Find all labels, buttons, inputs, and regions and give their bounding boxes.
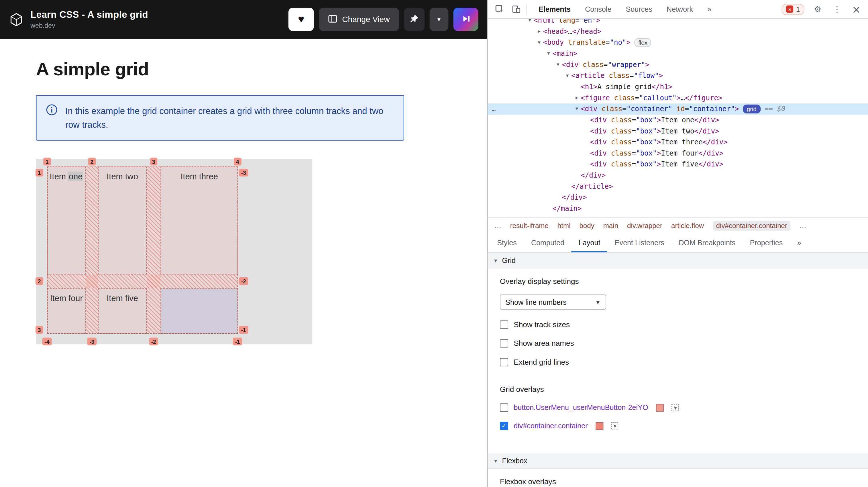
line-numbers-select[interactable]: Show line numbers ▼	[500, 295, 606, 310]
dom-tree-node[interactable]: <div class="box">Item one</div>	[488, 115, 868, 126]
grid-section-body: Overlay display settings Show line numbe…	[488, 268, 868, 453]
open-embed-button[interactable]	[454, 8, 478, 31]
app-subtitle[interactable]: web.dev	[30, 22, 148, 29]
checkbox[interactable]	[500, 403, 508, 412]
grid-line-number-badge: 2	[35, 277, 43, 285]
breadcrumb-item[interactable]: article.flow	[671, 222, 704, 230]
pin-dropdown-button[interactable]: ▾	[430, 8, 448, 31]
inspect-element-icon[interactable]	[493, 3, 506, 15]
kebab-menu-icon[interactable]: ⋮	[831, 3, 843, 15]
checkbox[interactable]: ✓	[500, 422, 508, 430]
overlay-element-link[interactable]: div#container.container	[514, 422, 588, 430]
expand-arrow-icon[interactable]: ▶	[536, 26, 542, 37]
checkbox[interactable]	[500, 358, 508, 366]
grid-item-label: Item one	[48, 167, 85, 183]
checkbox[interactable]	[500, 321, 508, 329]
overlay-color-swatch[interactable]	[595, 422, 603, 430]
dom-tree-node[interactable]: …▼<div class="container" id="container">…	[488, 103, 868, 115]
dom-tree-node[interactable]: <div class="box">Item four</div>	[488, 148, 868, 159]
node-ellipsis-menu[interactable]: …	[492, 103, 496, 115]
grid-line-number-badge: 2	[88, 158, 96, 165]
collapse-arrow-icon[interactable]: ▼	[555, 59, 561, 70]
dom-tree-node[interactable]: <h1>A simple grid</h1>	[488, 81, 868, 93]
pick-element-icon[interactable]	[611, 422, 618, 429]
tab-more[interactable]: »	[790, 233, 808, 252]
overlay-color-swatch[interactable]	[656, 404, 664, 412]
collapse-arrow-icon[interactable]: ▼	[527, 19, 533, 26]
grid-item-label: Item four	[48, 289, 85, 305]
breadcrumb-item[interactable]: result-iframe	[510, 222, 549, 230]
grid-section-header[interactable]: ▼ Grid	[488, 253, 868, 268]
dom-token: </h1>	[651, 83, 672, 91]
dom-token: =	[603, 60, 608, 69]
like-button[interactable]: ♥	[288, 8, 314, 31]
breadcrumb-overflow-left[interactable]: …	[494, 222, 501, 230]
pick-element-icon[interactable]	[672, 404, 679, 411]
devtools-tab-network[interactable]: Network	[659, 0, 700, 18]
overlay-element-link[interactable]: button.UserMenu_userMenuButton-2eiYO	[514, 403, 648, 412]
dom-tree-node[interactable]: <div class="box">Item five</div>	[488, 159, 868, 170]
devtools-tab-sources[interactable]: Sources	[619, 0, 659, 18]
dom-tree-node[interactable]: ▼<main>	[488, 48, 868, 59]
dom-tree-node[interactable]: <div class="box">Item three</div>	[488, 136, 868, 148]
dom-token: …	[681, 93, 685, 102]
dom-tree-node[interactable]: ▼<div class="wrapper">	[488, 59, 868, 70]
dom-token: "wrapper"	[608, 60, 645, 69]
tab-properties[interactable]: Properties	[743, 233, 790, 252]
change-view-label: Change View	[342, 15, 390, 24]
collapse-arrow-icon[interactable]: ▼	[545, 48, 552, 59]
flexbox-section-header[interactable]: ▼ Flexbox	[488, 453, 868, 469]
breadcrumb-overflow-right[interactable]: …	[800, 222, 806, 230]
collapse-arrow-icon[interactable]: ▼	[536, 37, 542, 48]
devtools-tab-console[interactable]: Console	[578, 0, 619, 18]
checkbox-label[interactable]: Show area names	[514, 339, 574, 347]
dom-token: class	[605, 71, 630, 80]
dom-token: =	[606, 38, 610, 47]
checkbox[interactable]	[500, 339, 508, 347]
dom-tree-node[interactable]: </main>	[488, 203, 868, 214]
grid-demo-container: Item oneItem twoItem threeItem fourItem …	[36, 159, 312, 344]
dom-tree-node[interactable]: <div class="box">Item two</div>	[488, 126, 868, 137]
grid-line-number-badge: -2	[239, 277, 248, 285]
expand-arrow-icon[interactable]: ▶	[574, 93, 580, 104]
settings-gear-icon[interactable]: ⚙	[812, 3, 824, 15]
dom-tree-node[interactable]: ▼<body translate="no">flex	[488, 37, 868, 48]
collapse-arrow-icon[interactable]: ▼	[574, 103, 580, 115]
tab-styles[interactable]: Styles	[490, 233, 524, 252]
flex-badge[interactable]: flex	[634, 38, 651, 47]
dom-tree-node[interactable]: ▼<html lang="en">	[488, 19, 868, 26]
collapse-arrow-icon[interactable]: ▼	[564, 70, 571, 81]
checkbox-label[interactable]: Show track sizes	[514, 321, 570, 329]
dom-tree-node[interactable]: </div>	[488, 192, 868, 203]
grid-badge[interactable]: grid	[743, 104, 760, 114]
devtools-tab-elements[interactable]: Elements	[531, 0, 578, 18]
tab-computed[interactable]: Computed	[524, 233, 571, 252]
app-content: A simple grid In this example the grid c…	[0, 59, 487, 344]
breadcrumb-item[interactable]: body	[579, 222, 594, 230]
device-toolbar-icon[interactable]	[510, 3, 522, 15]
tab-eventlisteners[interactable]: Event Listeners	[608, 233, 672, 252]
breadcrumb-item[interactable]: div#container.container	[713, 220, 790, 231]
close-icon[interactable]: ×	[850, 3, 863, 15]
devtools-tab-more[interactable]: »	[700, 0, 718, 18]
tab-layout[interactable]: Layout	[571, 233, 608, 252]
dom-token: <main>	[553, 49, 578, 58]
error-count-badge[interactable]: × 1	[782, 4, 804, 15]
change-view-button[interactable]: Change View	[319, 8, 399, 31]
dom-token: </article>	[571, 182, 613, 190]
breadcrumb-item[interactable]: div.wrapper	[627, 222, 662, 230]
dom-tree-node[interactable]: ▶<head>…</head>	[488, 26, 868, 37]
dom-tree-node[interactable]: ▼<article class="flow">	[488, 70, 868, 81]
dom-tree-node[interactable]: </article>	[488, 181, 868, 192]
webdev-logo-icon[interactable]	[9, 12, 24, 27]
grid-line-number-badge: -3	[87, 337, 97, 345]
dom-tree-node[interactable]: </div>	[488, 170, 868, 181]
tab-dombreakpoints[interactable]: DOM Breakpoints	[672, 233, 743, 252]
error-count: 1	[796, 5, 800, 13]
pin-button[interactable]	[404, 8, 425, 31]
dom-tree-node[interactable]: ▶<figure class="callout">…</figure>	[488, 93, 868, 104]
breadcrumb-item[interactable]: main	[603, 222, 618, 230]
breadcrumb-item[interactable]: html	[557, 222, 571, 230]
grid-line-number-badge: 1	[35, 169, 43, 177]
checkbox-label[interactable]: Extend grid lines	[514, 358, 569, 366]
